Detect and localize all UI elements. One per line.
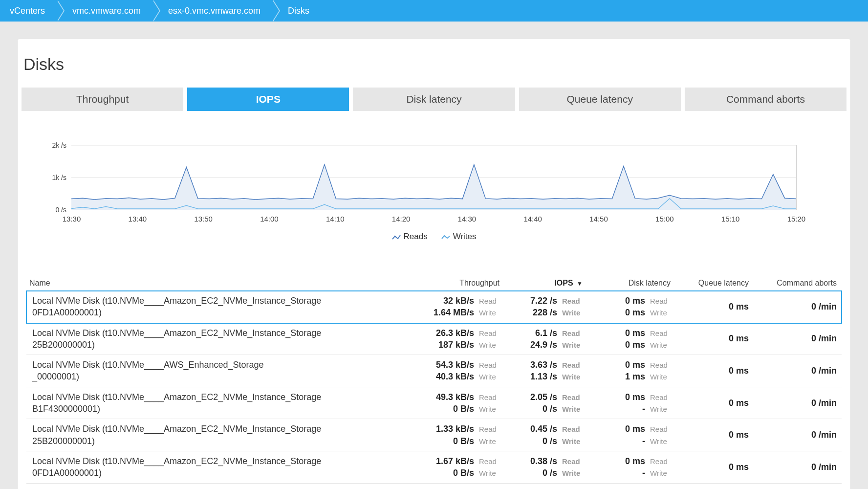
breadcrumb: vCentersvmc.vmware.comesx-0.vmc.vmware.c…	[0, 0, 868, 22]
disk-name: Local NVMe Disk (t10.NVMe____Amazon_EC2_…	[26, 391, 402, 415]
disk-name: Local NVMe Disk (t10.NVMe____Amazon_EC2_…	[26, 455, 402, 479]
disks-card: Disks ThroughputIOPSDisk latencyQueue la…	[18, 39, 850, 489]
iops-cell: 3.63 /sRead1.13 /sWrite	[499, 359, 583, 383]
x-axis: 13:3013:4013:5014:0014:1014:2014:3014:40…	[71, 215, 797, 223]
table-row[interactable]: Local NVMe Disk (t10.NVMe____AWS_Enhance…	[26, 355, 842, 387]
command-aborts-cell: 0 /min	[749, 391, 842, 415]
iops-cell: 0.38 /sRead0 /sWrite	[499, 455, 583, 479]
command-aborts-cell: 0 /min	[749, 455, 842, 479]
table-row[interactable]: Local NVMe Disk (t10.NVMe____Amazon_EC2_…	[26, 323, 842, 356]
disk-latency-cell: 0 msRead-Write	[583, 455, 671, 479]
disk-name: Local NVMe Disk (t10.NVMe____Amazon_EC2_…	[26, 423, 402, 447]
x-tick: 14:10	[335, 215, 335, 223]
throughput-cell: 49.3 kB/sRead0 B/sWrite	[402, 391, 499, 415]
breadcrumb-item[interactable]: vCenters	[0, 0, 57, 22]
chart-plot[interactable]	[71, 145, 797, 210]
iops-cell: 2.05 /sRead0 /sWrite	[499, 391, 583, 415]
throughput-cell: 1.33 kB/sRead0 B/sWrite	[402, 423, 499, 447]
disk-latency-cell: 0 msRead-Write	[583, 391, 671, 415]
disk-latency-cell: 0 msRead-Write	[583, 423, 671, 447]
breadcrumb-item[interactable]: esx-0.vmc.vmware.com	[152, 0, 272, 22]
tab-command-aborts[interactable]: Command aborts	[685, 88, 846, 111]
x-tick: 13:30	[71, 215, 72, 223]
x-tick: 14:40	[533, 215, 533, 223]
x-tick: 15:10	[730, 215, 731, 223]
legend-writes: Writes	[441, 232, 477, 242]
iops-cell: 0.45 /sRead0 /sWrite	[499, 423, 583, 447]
x-tick: 14:20	[401, 215, 401, 223]
queue-latency-cell: 0 ms	[671, 455, 749, 479]
y-tick: 2k /s	[52, 141, 66, 149]
throughput-cell: 32 kB/sRead1.64 MB/sWrite	[402, 295, 499, 319]
page-title: Disks	[18, 55, 850, 88]
tab-queue-latency[interactable]: Queue latency	[519, 88, 681, 111]
tabs: ThroughputIOPSDisk latencyQueue latencyC…	[18, 88, 850, 111]
table-row[interactable]: Local NVMe Disk (t10.NVMe____Amazon_EC2_…	[26, 451, 842, 484]
table-row[interactable]: Local NVMe Disk (t10.NVMe____Amazon_EC2_…	[26, 419, 842, 451]
x-tick: 14:30	[467, 215, 467, 223]
table-header: Name Throughput IOPS ▼ Disk latency Queu…	[26, 279, 842, 291]
col-name[interactable]: Name	[26, 279, 402, 288]
iops-cell: 7.22 /sRead228 /sWrite	[499, 295, 583, 319]
queue-latency-cell: 0 ms	[671, 295, 749, 319]
throughput-cell: 1.67 kB/sRead0 B/sWrite	[402, 455, 499, 479]
command-aborts-cell: 0 /min	[749, 359, 842, 383]
queue-latency-cell: 0 ms	[671, 359, 749, 383]
disk-name: Local NVMe Disk (t10.NVMe____AWS_Enhance…	[26, 359, 402, 383]
iops-chart: 2k /s 1k /s 0 /s 13:3013:4013:5014:0014:…	[18, 111, 850, 246]
queue-latency-cell: 0 ms	[671, 423, 749, 447]
command-aborts-cell: 0 /min	[749, 295, 842, 319]
col-disk-latency[interactable]: Disk latency	[583, 279, 671, 288]
x-tick: 13:40	[137, 215, 138, 223]
y-axis: 2k /s 1k /s 0 /s	[37, 145, 66, 210]
throughput-cell: 26.3 kB/sRead187 kB/sWrite	[402, 327, 499, 351]
y-tick: 1k /s	[52, 174, 66, 181]
iops-cell: 6.1 /sRead24.9 /sWrite	[499, 327, 583, 351]
queue-latency-cell: 0 ms	[671, 327, 749, 351]
queue-latency-cell: 0 ms	[671, 391, 749, 415]
x-tick: 15:20	[796, 215, 797, 223]
col-iops[interactable]: IOPS ▼	[499, 279, 583, 288]
sort-indicator-icon: ▼	[577, 280, 583, 287]
x-tick: 13:50	[203, 215, 204, 223]
x-tick: 14:50	[599, 215, 599, 223]
tab-iops[interactable]: IOPS	[187, 88, 349, 111]
chart-legend: Reads Writes	[71, 232, 797, 242]
legend-reads: Reads	[392, 232, 428, 242]
x-tick: 14:00	[269, 215, 269, 223]
disk-latency-cell: 0 msRead0 msWrite	[583, 327, 671, 351]
disks-table: Name Throughput IOPS ▼ Disk latency Queu…	[18, 246, 850, 489]
table-row[interactable]: Local NVMe Disk (t10.NVMe____Amazon_EC2_…	[26, 387, 842, 420]
tab-disk-latency[interactable]: Disk latency	[353, 88, 515, 111]
breadcrumb-item[interactable]: vmc.vmware.com	[57, 0, 152, 22]
col-throughput[interactable]: Throughput	[402, 279, 499, 288]
y-tick: 0 /s	[55, 206, 66, 214]
col-command-aborts[interactable]: Command aborts	[749, 279, 842, 288]
table-row[interactable]: Local NVMe Disk (t10.NVMe____Amazon_EC2_…	[26, 291, 842, 323]
command-aborts-cell: 0 /min	[749, 327, 842, 351]
command-aborts-cell: 0 /min	[749, 423, 842, 447]
x-tick: 15:00	[664, 215, 665, 223]
col-queue-latency[interactable]: Queue latency	[671, 279, 749, 288]
disk-name: Local NVMe Disk (t10.NVMe____Amazon_EC2_…	[26, 295, 402, 319]
disk-name: Local NVMe Disk (t10.NVMe____Amazon_EC2_…	[26, 327, 402, 351]
disk-latency-cell: 0 msRead0 msWrite	[583, 295, 671, 319]
throughput-cell: 54.3 kB/sRead40.3 kB/sWrite	[402, 359, 499, 383]
disk-latency-cell: 0 msRead1 msWrite	[583, 359, 671, 383]
tab-throughput[interactable]: Throughput	[22, 88, 183, 111]
